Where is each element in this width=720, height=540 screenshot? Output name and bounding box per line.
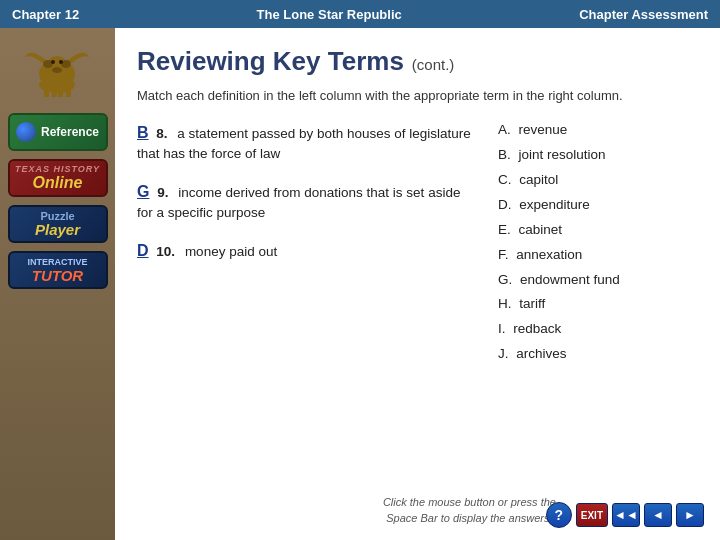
next-button[interactable]: ►: [676, 503, 704, 527]
player-label: Player: [35, 222, 80, 239]
q10-number: 10.: [156, 244, 175, 259]
q10-text: money paid out: [185, 244, 277, 259]
ans-d-text: expenditure: [519, 197, 590, 212]
qa-layout: B 8. a statement passed by both houses o…: [137, 121, 698, 370]
title-cont: (cont.): [412, 56, 455, 73]
online-label: Online: [33, 174, 83, 192]
ans-j-text: archives: [516, 346, 566, 361]
question-item: B 8. a statement passed by both houses o…: [137, 121, 478, 164]
answer-f: F. annexation: [498, 246, 698, 265]
ans-h-text: tariff: [519, 296, 545, 311]
texas-history-label: TEXAS HISTORY: [15, 164, 100, 174]
q8-letter: B: [137, 124, 149, 141]
title-text: Reviewing Key Terms: [137, 46, 404, 77]
svg-point-6: [52, 67, 62, 73]
answers-column: A. revenue B. joint resolution C. capito…: [498, 121, 698, 370]
help-button[interactable]: ?: [546, 502, 572, 528]
q9-text: income derived from donations that is se…: [137, 185, 460, 220]
tutor-content: Interactive TUToR: [27, 257, 87, 284]
sidebar: Reference TEXAS HISTORY Online Puzzle Pl…: [0, 28, 115, 540]
ans-f-text: annexation: [516, 247, 582, 262]
top-bar: Chapter 12 The Lone Star Republic Chapte…: [0, 0, 720, 28]
page-title: Reviewing Key Terms (cont.): [137, 46, 698, 77]
answer-i: I. redback: [498, 320, 698, 339]
instructions: Match each definition in the left column…: [137, 87, 698, 105]
sidebar-logo: [18, 36, 98, 101]
svg-point-11: [39, 77, 75, 93]
ans-a-text: revenue: [519, 122, 568, 137]
tutor-label: TUToR: [32, 267, 83, 284]
q8-text: a statement passed by both houses of leg…: [137, 126, 471, 161]
question-item: G 9. income derived from donations that …: [137, 180, 478, 223]
ans-g-text: endowment fund: [520, 272, 620, 287]
q10-letter: D: [137, 242, 149, 259]
bottom-nav: ? EXIT ◄◄ ◄ ►: [546, 502, 704, 528]
exit-button[interactable]: EXIT: [576, 503, 608, 527]
puzzle-player-button[interactable]: Puzzle Player: [8, 205, 108, 243]
prev-button[interactable]: ◄: [644, 503, 672, 527]
answer-b: B. joint resolution: [498, 146, 698, 165]
ans-i-text: redback: [513, 321, 561, 336]
q9-number: 9.: [157, 185, 168, 200]
answer-h: H. tariff: [498, 295, 698, 314]
page-title-top: The Lone Star Republic: [257, 7, 402, 22]
svg-point-4: [51, 60, 55, 64]
tutor-button[interactable]: Interactive TUToR: [8, 251, 108, 289]
answer-c: C. capitol: [498, 171, 698, 190]
globe-icon: [16, 122, 36, 142]
ans-c-text: capitol: [519, 172, 558, 187]
reference-button[interactable]: Reference: [8, 113, 108, 151]
question-mark: ?: [554, 507, 563, 523]
assessment-label: Chapter Assessment: [579, 7, 708, 22]
main-layout: Reference TEXAS HISTORY Online Puzzle Pl…: [0, 28, 720, 540]
answer-a: A. revenue: [498, 121, 698, 140]
q8-number: 8.: [156, 126, 167, 141]
content-area: Reviewing Key Terms (cont.) Match each d…: [115, 28, 720, 540]
prev-arrow-icon: ◄: [652, 508, 664, 522]
back-to-start-button[interactable]: ◄◄: [612, 503, 640, 527]
ans-e-text: cabinet: [519, 222, 563, 237]
footer-note: Click the mouse button or press theSpace…: [383, 495, 556, 526]
online-button[interactable]: TEXAS HISTORY Online: [8, 159, 108, 197]
answer-e: E. cabinet: [498, 221, 698, 240]
puzzle-player-text: Puzzle Player: [35, 210, 80, 239]
chapter-label: Chapter 12: [12, 7, 79, 22]
q9-letter: G: [137, 183, 149, 200]
reference-label: Reference: [41, 125, 99, 139]
next-arrow-icon: ►: [684, 508, 696, 522]
exit-label: EXIT: [581, 510, 603, 521]
back-arrow-icon: ◄◄: [614, 508, 638, 522]
ans-b-text: joint resolution: [519, 147, 606, 162]
interactive-label: Interactive: [27, 257, 87, 267]
puzzle-label: Puzzle: [40, 210, 74, 222]
question-item: D 10. money paid out: [137, 239, 478, 262]
longhorn-icon: [20, 39, 95, 99]
footer-note-text: Click the mouse button or press theSpace…: [383, 496, 556, 523]
answer-d: D. expenditure: [498, 196, 698, 215]
questions-column: B 8. a statement passed by both houses o…: [137, 121, 478, 370]
answer-j: J. archives: [498, 345, 698, 364]
svg-point-5: [59, 60, 63, 64]
answer-g: G. endowment fund: [498, 271, 698, 290]
